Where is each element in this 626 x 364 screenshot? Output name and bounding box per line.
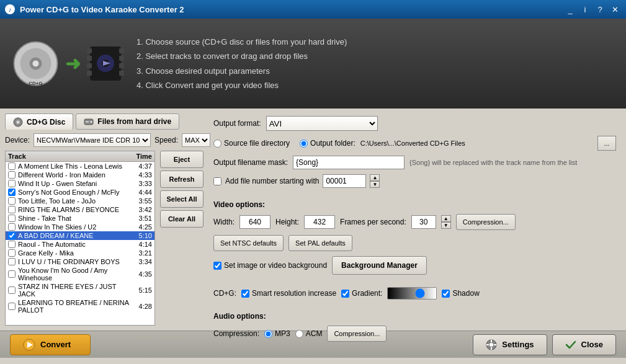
track-checkbox[interactable] xyxy=(8,241,16,248)
svg-point-3 xyxy=(33,61,39,67)
help-button[interactable]: ? xyxy=(594,5,606,14)
svg-rect-28 xyxy=(491,347,492,350)
format-select[interactable]: AVI MP4 WMV MOV xyxy=(266,116,378,131)
speed-label: Speed: xyxy=(154,136,178,144)
file-num-input[interactable] xyxy=(323,174,366,188)
track-checkbox[interactable] xyxy=(8,189,16,196)
speed-select[interactable]: MAX xyxy=(182,133,210,147)
track-item[interactable]: Raoul - The Automatic 4:14 xyxy=(6,240,154,249)
track-checkbox[interactable] xyxy=(8,215,16,222)
track-checkbox[interactable] xyxy=(8,258,16,265)
track-time: 3:34 xyxy=(130,258,152,265)
track-checkbox[interactable] xyxy=(8,286,16,294)
file-num-spinner: ▲ ▼ xyxy=(370,174,380,188)
track-item[interactable]: Wind It Up - Gwen Stefani 3:33 xyxy=(6,179,154,188)
track-name: I LUV U / THE ORDINARY BOYS xyxy=(18,258,130,265)
clear-all-button[interactable]: Clear All xyxy=(160,210,203,228)
track-item[interactable]: You Know I'm No Good / Amy Winehouse 4:3… xyxy=(6,266,154,282)
filename-mask-row: Output filename mask: {Song} will be rep… xyxy=(213,156,616,169)
bg-checkbox[interactable] xyxy=(213,262,221,270)
pal-button[interactable]: Set PAL defaults xyxy=(288,235,352,251)
close-button[interactable]: Close xyxy=(552,334,616,355)
track-item[interactable]: LEARNING TO BREATHE / NERINA PALLOT 4:28 xyxy=(6,298,154,314)
track-item[interactable]: Sorry's Not Good Enough / McFly 4:44 xyxy=(6,188,154,197)
cdg-options-row: CD+G: Smart resolution increase Gradient… xyxy=(213,287,616,300)
browse-button[interactable]: ... xyxy=(597,136,616,151)
fps-spin-up[interactable]: ▲ xyxy=(441,215,451,222)
track-list-header: Track Time xyxy=(6,151,154,162)
track-list[interactable]: A Moment Like This - Leona Lewis 4:37 Di… xyxy=(6,162,154,325)
select-all-button[interactable]: Select All xyxy=(160,190,203,208)
track-checkbox[interactable] xyxy=(8,232,16,239)
track-checkbox[interactable] xyxy=(8,223,16,231)
close-title-button[interactable]: ✕ xyxy=(609,5,621,14)
settings-button[interactable]: Settings xyxy=(473,334,547,355)
track-item[interactable]: Window In The Skies / U2 4:25 xyxy=(6,223,154,231)
track-checkbox[interactable] xyxy=(8,171,16,179)
track-checkbox[interactable] xyxy=(8,206,16,213)
track-item[interactable]: Different World - Iron Maiden 4:33 xyxy=(6,171,154,179)
width-input[interactable] xyxy=(239,215,271,229)
ntsc-button[interactable]: Set NTSC defaults xyxy=(213,235,284,251)
app-title: Power CD+G to Video Karaoke Converter 2 xyxy=(20,5,184,14)
col-header-time: Time xyxy=(127,153,152,160)
device-select[interactable]: NECVMWar\VMware IDE CDR 10 xyxy=(34,133,151,147)
track-item[interactable]: Too Little, Too Late - JoJo 3:55 xyxy=(6,197,154,205)
width-label: Width: xyxy=(213,218,235,226)
shadow-checkbox[interactable] xyxy=(442,290,450,298)
audio-compression-button[interactable]: Compression... xyxy=(327,326,387,342)
settings-icon xyxy=(486,339,497,350)
track-item[interactable]: Grace Kelly - Mika 3:21 xyxy=(6,249,154,257)
track-item[interactable]: A BAD DREAM / KEANE 5:10 xyxy=(6,231,154,240)
video-dimensions-row: Width: Height: Frames per second: ▲ ▼ Co… xyxy=(213,214,616,230)
track-checkbox[interactable] xyxy=(8,303,16,310)
spin-down-button[interactable]: ▼ xyxy=(370,181,380,188)
gradient-checkbox[interactable] xyxy=(341,290,349,298)
track-time: 4:25 xyxy=(130,223,152,231)
minimize-button[interactable]: _ xyxy=(564,5,576,14)
convert-button[interactable]: Convert xyxy=(10,334,91,355)
eject-button[interactable]: Eject xyxy=(160,151,203,168)
output-location-row: Source file directory Output folder: C:\… xyxy=(213,136,616,151)
track-checkbox[interactable] xyxy=(8,197,16,205)
output-folder-radio[interactable] xyxy=(300,140,308,148)
mask-label: Output filename mask: xyxy=(213,158,288,167)
cdg-label: CD+G: xyxy=(213,289,236,298)
background-manager-button[interactable]: Background Manager xyxy=(332,256,427,275)
track-time: 5:10 xyxy=(130,232,152,239)
track-checkbox[interactable] xyxy=(8,162,16,170)
fps-input[interactable] xyxy=(411,215,436,229)
source-dir-radio[interactable] xyxy=(213,140,221,148)
mask-input[interactable] xyxy=(293,156,405,169)
track-item[interactable]: A Moment Like This - Leona Lewis 4:37 xyxy=(6,162,154,171)
video-compression-button[interactable]: Compression... xyxy=(456,214,516,230)
track-time: 3:42 xyxy=(130,206,152,213)
track-item[interactable]: I LUV U / THE ORDINARY BOYS 3:34 xyxy=(6,257,154,266)
right-panel: Output format: AVI MP4 WMV MOV Source fi… xyxy=(208,113,621,326)
track-checkbox[interactable] xyxy=(8,270,16,278)
smart-res-checkbox[interactable] xyxy=(241,290,249,298)
refresh-button[interactable]: Refresh xyxy=(160,171,203,188)
track-item[interactable]: RING THE ALARMS / BEYONCE 3:42 xyxy=(6,205,154,214)
track-item[interactable]: STARZ IN THERE EYES / JUST JACK 5:15 xyxy=(6,282,154,298)
acm-radio[interactable] xyxy=(295,330,303,338)
tab-hard-drive[interactable]: Files from hard drive xyxy=(76,113,179,130)
gradient-slider[interactable] xyxy=(387,287,437,300)
info-button[interactable]: i xyxy=(579,5,591,14)
track-item[interactable]: Shine - Take That 3:51 xyxy=(6,214,154,223)
device-row: Device: NECVMWar\VMware IDE CDR 10 Speed… xyxy=(5,133,203,147)
track-checkbox[interactable] xyxy=(8,180,16,187)
mp3-radio[interactable] xyxy=(264,330,272,338)
spin-up-button[interactable]: ▲ xyxy=(370,174,380,181)
col-header-track: Track xyxy=(8,153,127,160)
track-name: A Moment Like This - Leona Lewis xyxy=(18,162,130,170)
track-name: A BAD DREAM / KEANE xyxy=(18,232,130,239)
tab-cdg-disc[interactable]: CD+G Disc xyxy=(5,113,73,130)
svg-rect-7 xyxy=(87,56,92,61)
track-time: 3:51 xyxy=(130,215,152,222)
fps-spin-down[interactable]: ▼ xyxy=(441,222,451,229)
height-input[interactable] xyxy=(304,215,335,229)
track-checkbox[interactable] xyxy=(8,249,16,257)
output-format-row: Output format: AVI MP4 WMV MOV xyxy=(213,116,616,131)
file-num-checkbox[interactable] xyxy=(213,177,221,185)
